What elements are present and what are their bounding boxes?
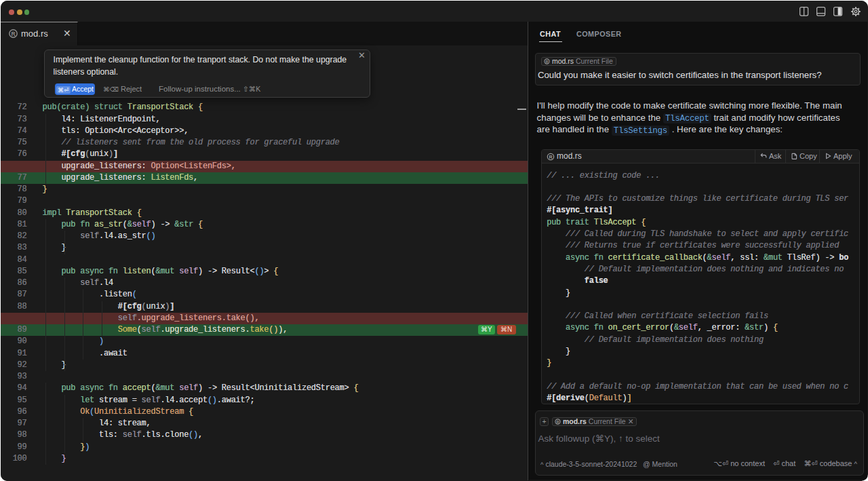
svg-text:R: R bbox=[12, 31, 16, 37]
svg-text:R: R bbox=[546, 60, 549, 64]
svg-text:R: R bbox=[557, 420, 559, 424]
svg-text:R: R bbox=[549, 154, 553, 160]
